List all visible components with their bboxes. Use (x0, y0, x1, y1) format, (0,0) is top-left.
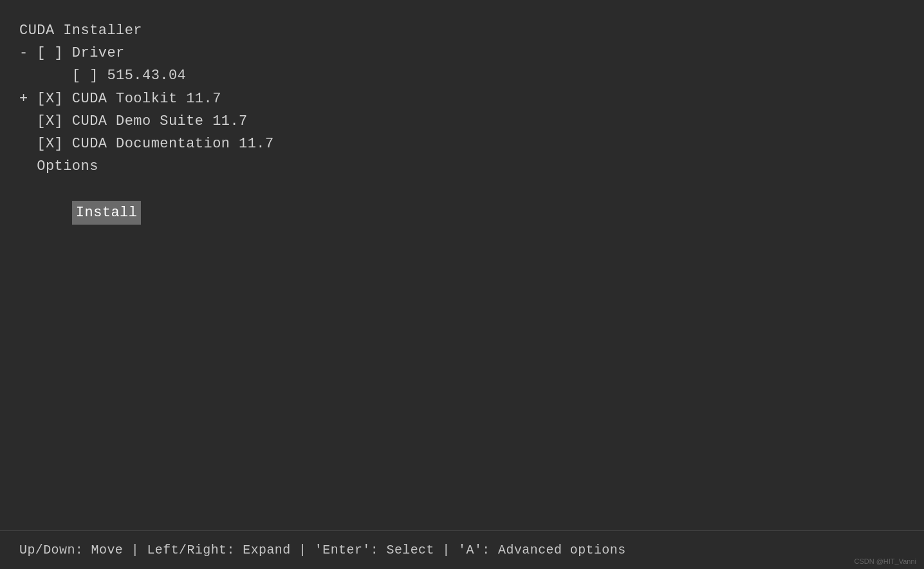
watermark-label: CSDN @HIT_Vanni (854, 557, 916, 565)
cuda-docs-line[interactable]: [X] CUDA Documentation 11.7 (19, 133, 905, 155)
install-button[interactable]: Install (72, 201, 142, 225)
options-line[interactable]: Options (19, 155, 905, 178)
title-line: CUDA Installer (19, 19, 905, 42)
status-bar: Up/Down: Move | Left/Right: Expand | 'En… (0, 530, 924, 569)
cuda-toolkit-line[interactable]: + [X] CUDA Toolkit 11.7 (19, 88, 905, 110)
cuda-demo-line[interactable]: [X] CUDA Demo Suite 11.7 (19, 110, 905, 133)
installer-content: CUDA Installer - [ ] Driver [ ] 515.43.0… (19, 13, 905, 247)
driver-group-line[interactable]: - [ ] Driver (19, 42, 905, 64)
driver-version-line[interactable]: [ ] 515.43.04 (19, 64, 905, 87)
terminal-window: CUDA Installer - [ ] Driver [ ] 515.43.0… (0, 0, 924, 569)
install-line[interactable]: Install (19, 178, 905, 247)
